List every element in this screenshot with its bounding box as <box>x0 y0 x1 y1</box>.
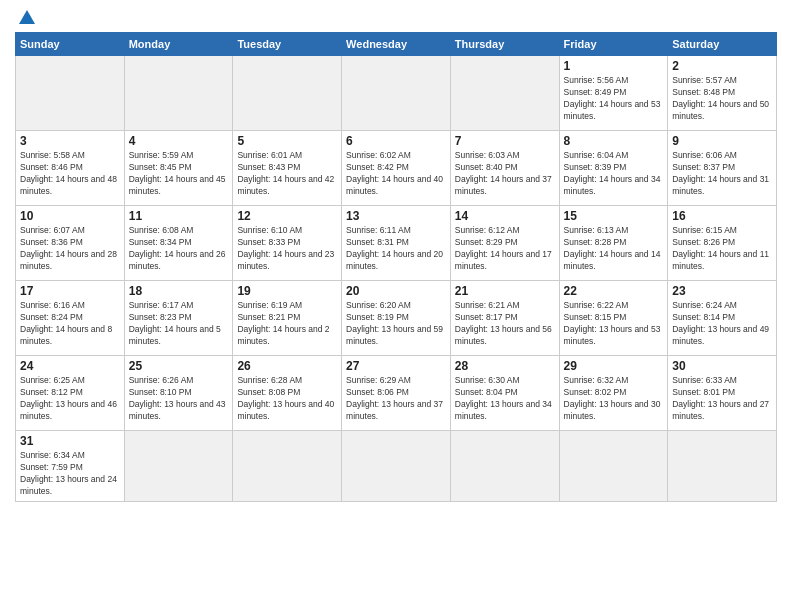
day-info: Sunrise: 6:21 AM Sunset: 8:17 PM Dayligh… <box>455 300 555 348</box>
calendar-cell: 31Sunrise: 6:34 AM Sunset: 7:59 PM Dayli… <box>16 431 125 502</box>
calendar-cell <box>559 431 668 502</box>
day-number: 24 <box>20 359 120 373</box>
day-number: 2 <box>672 59 772 73</box>
calendar-cell: 14Sunrise: 6:12 AM Sunset: 8:29 PM Dayli… <box>450 206 559 281</box>
calendar-cell: 24Sunrise: 6:25 AM Sunset: 8:12 PM Dayli… <box>16 356 125 431</box>
day-info: Sunrise: 6:20 AM Sunset: 8:19 PM Dayligh… <box>346 300 446 348</box>
day-info: Sunrise: 6:26 AM Sunset: 8:10 PM Dayligh… <box>129 375 229 423</box>
day-number: 11 <box>129 209 229 223</box>
logo-triangle-icon <box>19 10 35 24</box>
day-info: Sunrise: 6:13 AM Sunset: 8:28 PM Dayligh… <box>564 225 664 273</box>
calendar-cell <box>342 431 451 502</box>
day-info: Sunrise: 6:17 AM Sunset: 8:23 PM Dayligh… <box>129 300 229 348</box>
calendar-cell <box>124 431 233 502</box>
day-info: Sunrise: 6:12 AM Sunset: 8:29 PM Dayligh… <box>455 225 555 273</box>
calendar-cell: 21Sunrise: 6:21 AM Sunset: 8:17 PM Dayli… <box>450 281 559 356</box>
day-number: 4 <box>129 134 229 148</box>
calendar-week-5: 31Sunrise: 6:34 AM Sunset: 7:59 PM Dayli… <box>16 431 777 502</box>
day-number: 16 <box>672 209 772 223</box>
calendar-week-3: 17Sunrise: 6:16 AM Sunset: 8:24 PM Dayli… <box>16 281 777 356</box>
calendar-cell: 19Sunrise: 6:19 AM Sunset: 8:21 PM Dayli… <box>233 281 342 356</box>
calendar-cell: 27Sunrise: 6:29 AM Sunset: 8:06 PM Dayli… <box>342 356 451 431</box>
day-number: 27 <box>346 359 446 373</box>
weekday-header-sunday: Sunday <box>16 33 125 56</box>
day-number: 22 <box>564 284 664 298</box>
day-number: 13 <box>346 209 446 223</box>
calendar-cell: 25Sunrise: 6:26 AM Sunset: 8:10 PM Dayli… <box>124 356 233 431</box>
calendar-cell: 16Sunrise: 6:15 AM Sunset: 8:26 PM Dayli… <box>668 206 777 281</box>
day-number: 28 <box>455 359 555 373</box>
day-info: Sunrise: 6:32 AM Sunset: 8:02 PM Dayligh… <box>564 375 664 423</box>
day-info: Sunrise: 6:15 AM Sunset: 8:26 PM Dayligh… <box>672 225 772 273</box>
day-number: 26 <box>237 359 337 373</box>
day-info: Sunrise: 6:16 AM Sunset: 8:24 PM Dayligh… <box>20 300 120 348</box>
logo-area <box>15 10 37 24</box>
calendar-week-1: 3Sunrise: 5:58 AM Sunset: 8:46 PM Daylig… <box>16 131 777 206</box>
day-info: Sunrise: 6:01 AM Sunset: 8:43 PM Dayligh… <box>237 150 337 198</box>
day-info: Sunrise: 6:03 AM Sunset: 8:40 PM Dayligh… <box>455 150 555 198</box>
day-number: 1 <box>564 59 664 73</box>
day-number: 3 <box>20 134 120 148</box>
weekday-header-monday: Monday <box>124 33 233 56</box>
day-info: Sunrise: 5:59 AM Sunset: 8:45 PM Dayligh… <box>129 150 229 198</box>
calendar-cell: 18Sunrise: 6:17 AM Sunset: 8:23 PM Dayli… <box>124 281 233 356</box>
calendar-cell: 5Sunrise: 6:01 AM Sunset: 8:43 PM Daylig… <box>233 131 342 206</box>
calendar-cell: 9Sunrise: 6:06 AM Sunset: 8:37 PM Daylig… <box>668 131 777 206</box>
calendar-cell: 22Sunrise: 6:22 AM Sunset: 8:15 PM Dayli… <box>559 281 668 356</box>
day-info: Sunrise: 6:07 AM Sunset: 8:36 PM Dayligh… <box>20 225 120 273</box>
day-number: 18 <box>129 284 229 298</box>
day-number: 5 <box>237 134 337 148</box>
day-number: 25 <box>129 359 229 373</box>
calendar-cell: 6Sunrise: 6:02 AM Sunset: 8:42 PM Daylig… <box>342 131 451 206</box>
day-number: 7 <box>455 134 555 148</box>
calendar-cell: 20Sunrise: 6:20 AM Sunset: 8:19 PM Dayli… <box>342 281 451 356</box>
calendar-cell <box>342 56 451 131</box>
day-info: Sunrise: 5:56 AM Sunset: 8:49 PM Dayligh… <box>564 75 664 123</box>
calendar-cell: 2Sunrise: 5:57 AM Sunset: 8:48 PM Daylig… <box>668 56 777 131</box>
calendar-cell: 10Sunrise: 6:07 AM Sunset: 8:36 PM Dayli… <box>16 206 125 281</box>
day-info: Sunrise: 6:29 AM Sunset: 8:06 PM Dayligh… <box>346 375 446 423</box>
page: SundayMondayTuesdayWednesdayThursdayFrid… <box>0 0 792 612</box>
day-info: Sunrise: 5:57 AM Sunset: 8:48 PM Dayligh… <box>672 75 772 123</box>
calendar-cell: 7Sunrise: 6:03 AM Sunset: 8:40 PM Daylig… <box>450 131 559 206</box>
calendar-cell <box>450 431 559 502</box>
weekday-header-friday: Friday <box>559 33 668 56</box>
day-number: 31 <box>20 434 120 448</box>
calendar: SundayMondayTuesdayWednesdayThursdayFrid… <box>15 32 777 502</box>
day-info: Sunrise: 6:33 AM Sunset: 8:01 PM Dayligh… <box>672 375 772 423</box>
day-number: 6 <box>346 134 446 148</box>
logo <box>15 10 37 24</box>
day-info: Sunrise: 6:06 AM Sunset: 8:37 PM Dayligh… <box>672 150 772 198</box>
calendar-cell: 17Sunrise: 6:16 AM Sunset: 8:24 PM Dayli… <box>16 281 125 356</box>
day-number: 30 <box>672 359 772 373</box>
calendar-cell <box>124 56 233 131</box>
day-number: 14 <box>455 209 555 223</box>
day-info: Sunrise: 6:22 AM Sunset: 8:15 PM Dayligh… <box>564 300 664 348</box>
day-info: Sunrise: 6:04 AM Sunset: 8:39 PM Dayligh… <box>564 150 664 198</box>
weekday-header-tuesday: Tuesday <box>233 33 342 56</box>
calendar-week-4: 24Sunrise: 6:25 AM Sunset: 8:12 PM Dayli… <box>16 356 777 431</box>
day-info: Sunrise: 6:11 AM Sunset: 8:31 PM Dayligh… <box>346 225 446 273</box>
day-info: Sunrise: 6:19 AM Sunset: 8:21 PM Dayligh… <box>237 300 337 348</box>
calendar-cell: 4Sunrise: 5:59 AM Sunset: 8:45 PM Daylig… <box>124 131 233 206</box>
calendar-week-0: 1Sunrise: 5:56 AM Sunset: 8:49 PM Daylig… <box>16 56 777 131</box>
calendar-week-2: 10Sunrise: 6:07 AM Sunset: 8:36 PM Dayli… <box>16 206 777 281</box>
calendar-cell: 1Sunrise: 5:56 AM Sunset: 8:49 PM Daylig… <box>559 56 668 131</box>
calendar-cell <box>16 56 125 131</box>
day-number: 17 <box>20 284 120 298</box>
day-number: 23 <box>672 284 772 298</box>
calendar-cell <box>233 56 342 131</box>
calendar-cell: 8Sunrise: 6:04 AM Sunset: 8:39 PM Daylig… <box>559 131 668 206</box>
calendar-cell <box>668 431 777 502</box>
day-info: Sunrise: 6:30 AM Sunset: 8:04 PM Dayligh… <box>455 375 555 423</box>
calendar-header-row: SundayMondayTuesdayWednesdayThursdayFrid… <box>16 33 777 56</box>
day-number: 29 <box>564 359 664 373</box>
calendar-cell: 15Sunrise: 6:13 AM Sunset: 8:28 PM Dayli… <box>559 206 668 281</box>
header <box>15 10 777 24</box>
calendar-cell <box>450 56 559 131</box>
day-number: 20 <box>346 284 446 298</box>
calendar-cell: 12Sunrise: 6:10 AM Sunset: 8:33 PM Dayli… <box>233 206 342 281</box>
day-info: Sunrise: 6:28 AM Sunset: 8:08 PM Dayligh… <box>237 375 337 423</box>
calendar-cell: 23Sunrise: 6:24 AM Sunset: 8:14 PM Dayli… <box>668 281 777 356</box>
calendar-cell <box>233 431 342 502</box>
